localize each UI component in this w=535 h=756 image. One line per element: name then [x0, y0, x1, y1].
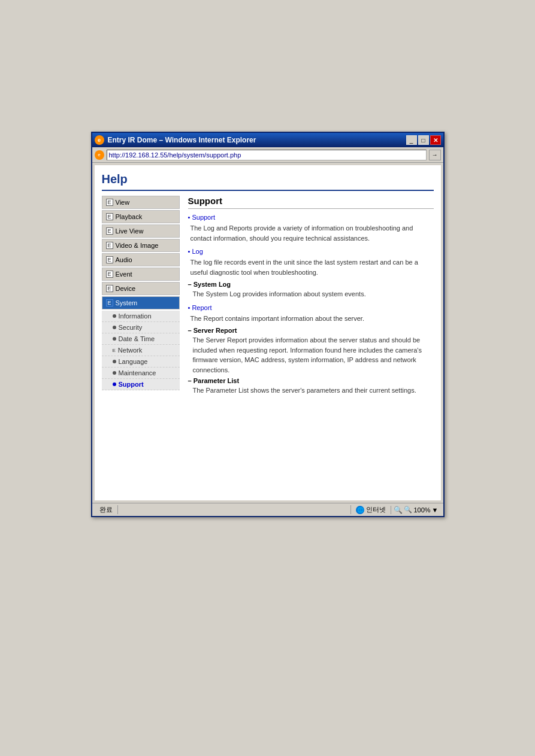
sub-label-language: Language — [119, 358, 148, 365]
section-header-support: Support — [188, 214, 434, 221]
sidebar-label-system: System — [116, 299, 138, 306]
subsection-text-system-log: The System Log provides information abou… — [188, 289, 434, 299]
sidebar-sub-information[interactable]: Information — [102, 311, 180, 322]
status-internet: 🌐 인터넷 — [350, 505, 391, 514]
address-input[interactable] — [107, 150, 427, 160]
main-layout: E View E Playback E Live View E Video & … — [102, 196, 434, 398]
expand-icon-system: E — [106, 299, 113, 306]
section-text-report: The Report contains important informatio… — [188, 314, 434, 324]
sidebar-label-audio: Audio — [116, 256, 132, 263]
title-bar: e Entry IR Dome – Windows Internet Explo… — [92, 133, 443, 147]
bullet-icon-security — [113, 326, 116, 329]
expand-icon-video-image: E — [106, 242, 113, 249]
section-header-log: Log — [188, 248, 434, 255]
sidebar-item-device[interactable]: E Device — [102, 282, 180, 295]
sidebar-sub-network[interactable]: E Network — [102, 345, 180, 356]
sub-label-network: Network — [118, 347, 142, 354]
zoom-dropdown-icon[interactable]: ▼ — [432, 506, 439, 514]
sidebar-sub-date-time[interactable]: Date & Time — [102, 333, 180, 345]
sidebar: E View E Playback E Live View E Video & … — [102, 196, 180, 398]
sidebar-label-view: View — [116, 199, 130, 206]
subsection-text-server-report: The Server Report provides information a… — [188, 335, 434, 375]
subsection-title-parameter-list: Parameter List — [188, 377, 434, 384]
sidebar-sub-security[interactable]: Security — [102, 322, 180, 333]
sidebar-item-view[interactable]: E View — [102, 196, 180, 209]
sidebar-item-playback[interactable]: E Playback — [102, 210, 180, 223]
sidebar-label-video-image: Video & Image — [116, 242, 159, 249]
bullet-icon-language — [113, 360, 116, 363]
page-icon: e — [95, 150, 104, 160]
sidebar-item-event[interactable]: E Event — [102, 268, 180, 281]
sidebar-label-playback: Playback — [116, 213, 143, 220]
zoom-icon: 🔍 — [394, 506, 403, 514]
sub-label-support: Support — [119, 381, 144, 388]
sidebar-sub-maintenance[interactable]: Maintenance — [102, 368, 180, 379]
bullet-icon — [113, 314, 116, 318]
minimize-button[interactable]: _ — [406, 135, 417, 145]
sub-label-security: Security — [119, 324, 143, 331]
window-title: Entry IR Dome – Windows Internet Explore… — [108, 136, 256, 144]
sidebar-item-live-view[interactable]: E Live View — [102, 224, 180, 238]
expand-icon-device: E — [106, 285, 113, 292]
sub-label-date-time: Date & Time — [119, 335, 155, 342]
internet-icon: 🌐 — [356, 506, 364, 514]
sidebar-label-event: Event — [116, 271, 132, 278]
sidebar-label-device: Device — [116, 285, 136, 292]
sub-label-information: Information — [119, 312, 152, 320]
zoom-value: 100% — [413, 506, 430, 514]
internet-label: 인터넷 — [366, 505, 386, 514]
expand-icon-playback: E — [106, 213, 113, 220]
expand-icon-live-view: E — [106, 227, 113, 235]
status-bar: 완료 🌐 인터넷 🔍 🔍 100% ▼ — [92, 503, 443, 516]
expand-icon-network: E — [113, 348, 116, 353]
sidebar-sub-language[interactable]: Language — [102, 356, 180, 368]
right-panel: Support Support The Log and Reports prov… — [180, 196, 434, 398]
status-zoom[interactable]: 🔍 🔍 100% ▼ — [391, 506, 440, 514]
section-text-log: The log file records event in the unit s… — [188, 257, 434, 277]
sidebar-item-system[interactable]: E System — [102, 296, 180, 309]
panel-title: Support — [188, 196, 434, 209]
sidebar-item-video-image[interactable]: E Video & Image — [102, 239, 180, 252]
sidebar-sub-support[interactable]: Support — [102, 379, 180, 390]
sub-label-maintenance: Maintenance — [119, 369, 156, 377]
ie-icon: e — [95, 135, 104, 145]
zoom-label: 🔍 — [404, 506, 412, 514]
expand-icon-event: E — [106, 271, 113, 278]
help-title: Help — [102, 172, 434, 191]
section-text-support: The Log and Reports provide a variety of… — [188, 223, 434, 243]
status-ready: 완료 — [95, 505, 118, 514]
title-bar-text: e Entry IR Dome – Windows Internet Explo… — [95, 135, 256, 145]
sidebar-label-live-view: Live View — [116, 227, 144, 235]
subsection-text-parameter-list: The Parameter List shows the server's pa… — [188, 385, 434, 396]
expand-icon-audio: E — [106, 256, 113, 263]
maximize-button[interactable]: □ — [418, 135, 429, 145]
section-header-report: Report — [188, 304, 434, 311]
content-area: Help E View E Playback E Live View E — [95, 165, 441, 500]
expand-icon-view: E — [106, 199, 113, 206]
title-bar-controls: _ □ ✕ — [406, 135, 441, 145]
ie-window: e Entry IR Dome – Windows Internet Explo… — [91, 132, 445, 517]
subsection-title-system-log: System Log — [188, 281, 434, 288]
address-bar: e → — [92, 147, 443, 163]
sidebar-item-audio[interactable]: E Audio — [102, 253, 180, 266]
close-button[interactable]: ✕ — [430, 135, 441, 145]
bullet-icon-support — [113, 382, 116, 386]
bullet-icon-date-time — [113, 337, 116, 341]
subsection-title-server-report: Server Report — [188, 327, 434, 334]
go-button[interactable]: → — [429, 150, 441, 160]
bullet-icon-maintenance — [113, 371, 116, 375]
